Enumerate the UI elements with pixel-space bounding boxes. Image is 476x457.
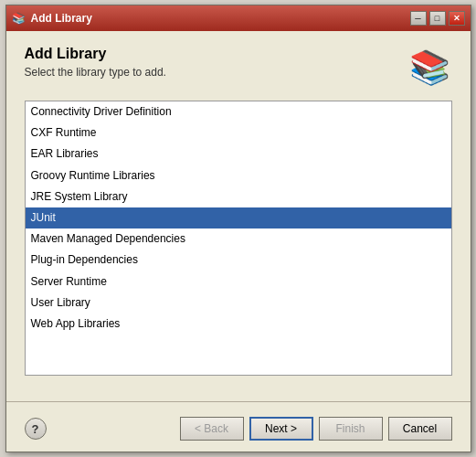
back-button[interactable]: < Back xyxy=(180,417,244,441)
list-item[interactable]: Connectivity Driver Definition xyxy=(26,101,451,122)
header-section: Add Library Select the library type to a… xyxy=(25,46,452,90)
dialog-subtitle: Select the library type to add. xyxy=(25,66,166,79)
header-text: Add Library Select the library type to a… xyxy=(25,46,166,79)
library-list[interactable]: Connectivity Driver DefinitionCXF Runtim… xyxy=(25,101,452,376)
dialog-title: Add Library xyxy=(25,46,166,62)
cancel-button[interactable]: Cancel xyxy=(388,417,452,441)
dialog-icon: 📚 xyxy=(408,46,452,90)
list-item[interactable]: JRE System Library xyxy=(26,186,451,207)
next-button[interactable]: Next > xyxy=(249,417,313,441)
finish-button[interactable]: Finish xyxy=(319,417,383,441)
list-item[interactable]: Plug-in Dependencies xyxy=(26,250,451,271)
list-item[interactable]: CXF Runtime xyxy=(26,122,451,143)
window-title: Add Library xyxy=(31,12,92,25)
list-item[interactable]: Server Runtime xyxy=(26,271,451,292)
title-bar-controls: ─ □ ✕ xyxy=(410,11,465,26)
dialog-buttons: < Back Next > Finish Cancel xyxy=(180,417,452,441)
content-area: Add Library Select the library type to a… xyxy=(6,31,471,394)
window-icon: 📚 xyxy=(12,11,26,26)
list-item[interactable]: EAR Libraries xyxy=(26,143,451,165)
help-button[interactable]: ? xyxy=(25,418,47,440)
title-bar-left: 📚 Add Library xyxy=(12,11,92,26)
close-button[interactable]: ✕ xyxy=(449,11,465,26)
list-item[interactable]: Web App Libraries xyxy=(26,314,451,335)
list-item[interactable]: User Library xyxy=(26,292,451,314)
minimize-button[interactable]: ─ xyxy=(410,11,427,26)
add-library-window: 📚 Add Library ─ □ ✕ Add Library Select t… xyxy=(5,5,471,452)
bottom-bar: ? < Back Next > Finish Cancel xyxy=(6,409,471,452)
separator xyxy=(6,401,471,402)
list-item[interactable]: Groovy Runtime Libraries xyxy=(26,165,451,186)
list-item[interactable]: Maven Managed Dependencies xyxy=(26,228,451,250)
maximize-button[interactable]: □ xyxy=(429,11,446,26)
title-bar: 📚 Add Library ─ □ ✕ xyxy=(6,5,471,31)
list-item[interactable]: JUnit xyxy=(26,207,451,228)
